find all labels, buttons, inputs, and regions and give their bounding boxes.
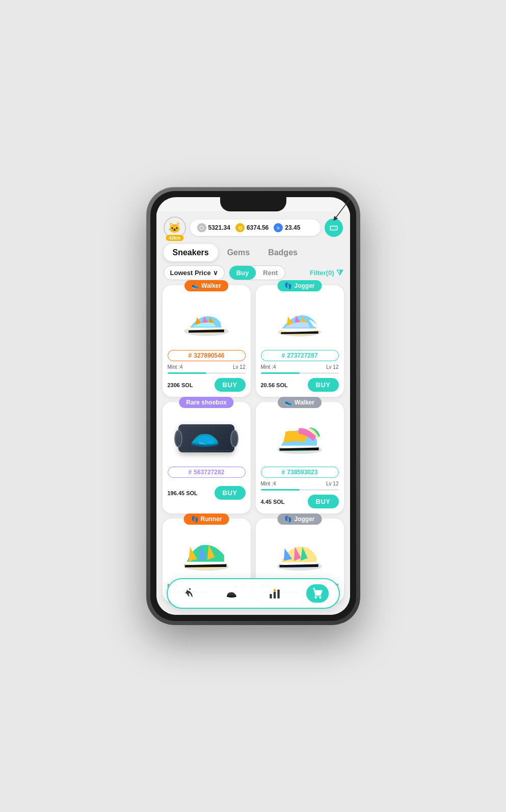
card-2-bottom: 20.56 SOL BUY [261,378,339,392]
shoebox-visual: 👟 [178,424,234,452]
svg-rect-8 [277,589,279,598]
mint-fill-4 [261,489,300,491]
card-4: 👟 Walker [256,402,344,513]
tab-gems[interactable]: Gems [218,244,259,261]
currency-value-1: 5321.34 [208,224,230,231]
notch [220,197,286,211]
mint-label-1: Mint :4 [168,364,183,370]
hash-icon-2: # [282,352,285,359]
blue-icon: ≡ [274,223,283,232]
filter-button[interactable]: Filter(0) ⧩ [310,268,343,278]
currency-item-1: ⬡ 5321.34 [197,223,230,232]
filter-label: Filter(0) [310,269,334,277]
walker-icon-2: 👟 [285,399,292,406]
mint-fill-1 [168,372,207,374]
card-4-id: # 738593023 [261,467,339,478]
buy-button-2[interactable]: BUY [308,378,339,392]
card-3: Rare shoebox 👟 [163,402,251,513]
card-5-image [168,531,246,579]
card-1: 👟 Walker [163,285,251,397]
wallet-button[interactable] [325,219,343,237]
jogger-icon-1: 👣 [284,282,292,289]
nav-run[interactable] [178,584,200,603]
sort-button[interactable]: Lowest Price ∨ [164,265,225,280]
card-1-id: # 327890546 [168,350,246,361]
buy-button-3[interactable]: BUY [215,486,246,500]
screen-content: 🐱 42km ⬡ 5321.34 ⊙ 6374.56 [156,211,350,615]
card-3-id: # 563727282 [168,467,246,478]
card-3-bottom: 196.45 SOL BUY [168,486,246,500]
gold-icon: ⊙ [235,223,245,232]
currency-item-2: ⊙ 6374.56 [235,223,269,232]
bottom-nav [156,574,350,615]
runner-icon: 👣 [191,516,199,523]
top-bar: 🐱 42km ⬡ 5321.34 ⊙ 6374.56 [156,211,350,244]
sort-label: Lowest Price [170,269,211,277]
walker-icon-1: 👟 [192,282,199,289]
nav-sneaker[interactable] [221,584,243,603]
currency-value-3: 23.45 [285,224,300,231]
tab-badges[interactable]: Badges [259,244,307,261]
buy-button[interactable]: Buy [229,266,256,280]
card-2: 👣 Jogger [256,285,344,397]
hash-icon-4: # [282,469,285,476]
buy-rent-group: Buy Rent [229,265,285,280]
nav-cart[interactable] [306,584,329,603]
card-2-image [261,297,339,346]
level-label-4: Lv 12 [326,481,338,486]
svg-rect-7 [273,592,275,599]
rent-button[interactable]: Rent [256,266,285,280]
mint-bar-4 [261,489,339,491]
card-2-stats: Mint :4 Lv 12 [261,364,339,370]
card-4-bottom: 4.45 SOL BUY [261,495,339,508]
silver-icon: ⬡ [197,223,206,232]
svg-point-9 [314,596,316,598]
card-4-badge: 👟 Walker [278,397,322,408]
mint-bar-1 [168,372,246,374]
phone-inner: 🐱 42km ⬡ 5321.34 ⊙ 6374.56 [150,191,356,621]
price-4: 4.45 SOL [261,499,285,505]
chevron-down-icon: ∨ [213,269,218,277]
filter-icon: ⧩ [336,268,343,278]
card-5-badge: 👣 Runner [184,513,229,525]
currency-bar: ⬡ 5321.34 ⊙ 6374.56 ≡ 23.45 [190,220,321,236]
price-2: 20.56 SOL [261,382,288,388]
svg-point-10 [319,596,321,598]
sneakers-grid: 👟 Walker [156,285,350,602]
phone-screen: 🐱 42km ⬡ 5321.34 ⊙ 6374.56 [156,197,350,615]
phone-wrapper: 🐱 42km ⬡ 5321.34 ⊙ 6374.56 [146,187,360,625]
card-2-id: # 273727287 [261,350,339,361]
jogger-icon-2: 👣 [284,516,292,523]
currency-item-3: ≡ 23.45 [274,223,300,232]
buy-button-1[interactable]: BUY [215,378,246,392]
avatar-wrap: 🐱 42km [164,216,186,239]
card-3-badge: Rare shoebox [179,397,233,408]
hash-icon-1: # [189,352,192,359]
level-label-1: Lv 12 [233,364,245,370]
price-3: 196.45 SOL [168,490,198,496]
mint-label-4: Mint :4 [261,481,276,486]
svg-rect-6 [270,594,272,599]
card-4-image [261,414,339,463]
currency-value-2: 6374.56 [247,224,269,231]
nav-inner [167,578,340,609]
card-1-stats: Mint :4 Lv 12 [168,364,246,370]
price-1: 2306 SOL [168,382,193,388]
tab-sneakers[interactable]: Sneakers [164,244,218,261]
card-1-badge: 👟 Walker [184,280,228,291]
card-2-badge: 👣 Jogger [277,280,322,291]
card-4-stats: Mint :4 Lv 12 [261,481,339,486]
mint-bar-2 [261,372,339,374]
mint-fill-2 [261,372,300,374]
filter-row: Lowest Price ∨ Buy Rent Filter(0) ⧩ [156,265,350,280]
mint-label-2: Mint :4 [261,364,276,370]
tab-bar: Sneakers Gems Badges [156,244,350,261]
buy-button-4[interactable]: BUY [308,495,339,508]
phone-frame: 🐱 42km ⬡ 5321.34 ⊙ 6374.56 [146,187,360,625]
hash-icon-3: # [189,469,192,476]
card-6-badge: 👣 Jogger [277,513,322,525]
card-1-bottom: 2306 SOL BUY [168,378,246,392]
card-3-image: 👟 [168,414,246,463]
nav-leaderboard[interactable] [263,584,286,603]
level-label-2: Lv 12 [326,364,338,370]
